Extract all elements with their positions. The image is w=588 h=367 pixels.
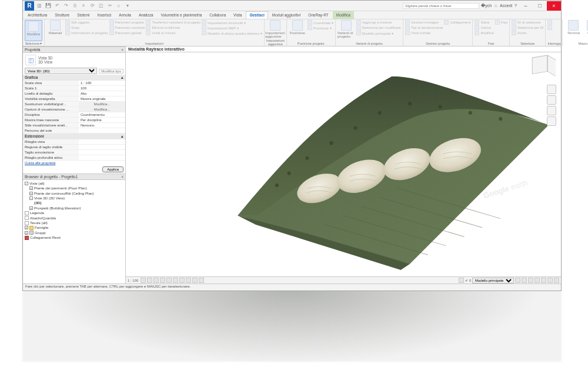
tree-node[interactable]: Collegamenti Revit [25,235,123,240]
type-selector[interactable]: ◫ Vista 3D 3D View [23,53,125,67]
3d-canvas[interactable]: Google earth [126,52,561,276]
ribbon-button[interactable]: Impostazioni aggiuntive [266,20,284,38]
ribbon-item[interactable]: Seleziona per modificare [356,25,401,30]
property-section-header[interactable]: Grafica▴ [23,75,125,81]
ribbon-tab-analizza[interactable]: Analizza [135,11,157,19]
qat-open-icon[interactable]: ▥ [36,2,43,9]
ribbon-item[interactable]: Vista iniziale [405,31,443,35]
properties-panel-header[interactable]: Proprietà × [23,46,125,53]
ribbon-tab-moduli-aggiuntivi[interactable]: Moduli aggiuntivi [269,11,304,19]
ribbon-item[interactable]: Informazioni di progetto [65,31,108,35]
ribbon-item[interactable]: Seleziona per ID [512,25,543,30]
ribbon-item[interactable]: Modello principale ▾ [356,31,401,35]
signin-button[interactable]: Accedi [500,4,512,8]
selection-icon[interactable] [459,278,464,283]
property-row[interactable]: Sostituzioni visibilità/graf...Modifica.… [23,102,125,107]
ribbon-tab-volumetrie-e-planimetria[interactable]: Volumetrie e planimetria [158,11,206,19]
ribbon-tab-collabora[interactable]: Collabora [206,11,229,19]
maximize-button[interactable]: □ [533,1,547,11]
tree-node[interactable]: Abachi/Quantità [25,216,123,221]
qat-undo-icon[interactable]: ↶ [54,2,61,9]
ribbon-item[interactable]: Modifica [475,31,493,35]
property-row[interactable]: Ritaglia vista [23,139,125,145]
ribbon-item[interactable]: Snap [65,25,108,30]
ribbon-item[interactable]: Parametri condivisi [109,25,145,30]
ribbon-item[interactable]: Gestisci immagini [405,20,443,25]
ribbon-item[interactable]: Avvisi [512,31,543,35]
link-icon[interactable] [522,278,527,283]
property-row[interactable]: Percorso del sole [23,128,125,134]
zoom-icon[interactable] [547,106,556,115]
help-search-input[interactable] [403,3,479,9]
temporary-hide-icon[interactable] [192,278,198,283]
filter-icon[interactable] [515,278,520,283]
steering-wheel-icon[interactable] [547,85,556,94]
pan-icon[interactable] [547,95,556,105]
ribbon-item[interactable]: Collegamenti [444,20,470,25]
ribbon-item[interactable]: Coordinate ▾ [308,20,333,25]
reveal-hidden-icon[interactable] [199,278,204,283]
tree-node[interactable]: +Famiglie [25,225,123,230]
crop-icon[interactable] [173,278,178,283]
qat-3d-icon[interactable]: ◫ [98,2,105,9]
ribbon-button[interactable]: Chiudi [583,20,588,41]
ribbon-tab-annota[interactable]: Annota [115,11,135,19]
property-row[interactable]: Scala 1:100 [23,86,125,91]
edit-type-button[interactable]: Modifica tipo [99,69,123,74]
face-icon[interactable] [541,278,546,283]
ribbon-item[interactable]: Parametri globali [109,31,145,35]
ribbon-tab-strutture[interactable]: Strutture [51,11,73,19]
view-cube[interactable] [532,56,556,81]
ribbon-button[interactable]: Modifica [25,20,42,41]
ribbon-tab-gestisci[interactable]: Gestisci [246,11,268,19]
ribbon-tab-modifica[interactable]: Modifica [333,11,354,19]
ribbon-item[interactable]: Salva [475,20,493,25]
instance-filter-select[interactable]: Vista 3D: {3D} [25,68,97,74]
ribbon-button[interactable]: Materiali [46,20,64,41]
render-icon[interactable] [166,278,172,283]
tree-node[interactable]: Legende [25,211,123,215]
property-row[interactable]: Stile visualizzazione anali...Nessuno [23,123,125,128]
ribbon-item[interactable]: Carica [475,25,493,30]
qat-section-icon[interactable]: ✂ [106,2,113,9]
ribbon-item[interactable]: Impostazioni strutturali ▾ [202,20,262,25]
help-icon[interactable]: ? [514,4,517,8]
qat-render-icon[interactable]: ☼ [115,2,122,9]
favorite-icon[interactable]: ☆ [494,4,497,8]
tree-node[interactable]: +Piante dei pavimenti (Floor Plan) [25,186,123,191]
ribbon-button[interactable]: Varianti di progetto [338,20,355,41]
ribbon-item[interactable] [547,20,553,25]
property-row[interactable]: Taglio annotazione [23,150,125,155]
tree-node[interactable]: Tavole (all) [25,221,123,225]
close-button[interactable]: × [547,1,561,11]
app-menu-button[interactable]: R [25,1,34,11]
ribbon-item[interactable] [547,25,553,30]
orbit-icon[interactable] [547,116,556,126]
property-row[interactable]: Ritaglio profondità attivo [23,155,125,161]
tree-node[interactable]: {3D} [25,201,123,205]
ribbon-item[interactable]: Elimina inutilizzati [146,25,200,30]
sun-path-icon[interactable] [153,278,159,283]
ribbon-button[interactable]: Posizione [289,20,306,41]
property-row[interactable]: Mostra linee nascostePer disciplina [23,118,125,123]
tree-node[interactable]: −Viste 3D (3D View) [25,196,123,201]
qat-sync-icon[interactable]: ⟳ [89,2,96,9]
ribbon-item[interactable]: Posizione ▾ [308,25,333,30]
constraint-icon[interactable] [547,278,553,283]
ribbon-item[interactable]: Fasi [495,20,507,25]
visual-style-icon[interactable] [147,278,152,283]
project-browser-tree[interactable]: −Viste (all)+Piante dei pavimenti (Floor… [23,180,125,283]
close-icon[interactable]: × [121,175,123,179]
drag-icon[interactable] [534,278,540,283]
subscription-icon[interactable]: �ych [481,4,492,8]
ribbon-tab-sistemi[interactable]: Sistemi [74,11,93,19]
property-row[interactable]: Scala vista1 : 100 [23,81,125,86]
detail-level-icon[interactable] [141,278,146,283]
property-row[interactable]: Opzioni di visualizzazione ...Modifica..… [23,107,125,112]
navigation-bar[interactable] [547,85,556,126]
ribbon-item[interactable]: Parametri progetto [109,20,145,25]
tree-node[interactable]: +Gruppi [25,231,123,235]
ribbon-item[interactable]: Unità di misura [146,31,200,35]
tree-node[interactable]: −Viste (all) [25,181,123,186]
project-browser-header[interactable]: Browser di progetto - Progetto1 × [23,174,125,180]
